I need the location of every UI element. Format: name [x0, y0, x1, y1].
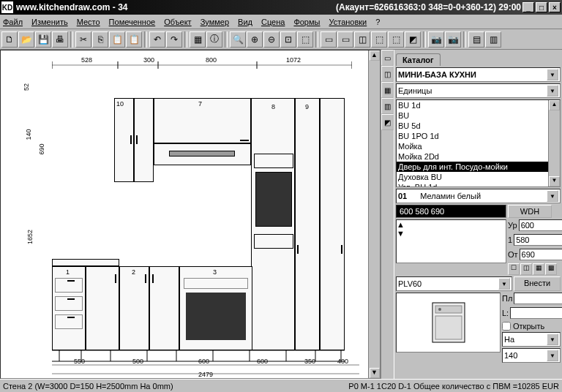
save-icon[interactable]: 💾: [35, 31, 51, 48]
depth-input[interactable]: [520, 249, 562, 260]
camera2-icon[interactable]: 📷: [445, 31, 461, 48]
paste2-icon[interactable]: 📋: [126, 31, 142, 48]
menu-edit[interactable]: Изменить: [31, 18, 68, 26]
chevron-down-icon[interactable]: ▼: [547, 190, 558, 202]
status-right: P0 M-1 1C20 D-1 Общее количество с ПВМ =…: [348, 382, 559, 391]
sidetab-3[interactable]: ▦: [381, 82, 394, 98]
sidetab-1[interactable]: ▭: [381, 50, 394, 66]
dims-selected[interactable]: 600 580 690: [396, 205, 506, 218]
sidetab-2[interactable]: ◫: [381, 66, 394, 82]
menu-view[interactable]: Вид: [238, 18, 252, 26]
svg-rect-22: [435, 316, 462, 339]
finish-select[interactable]: 01 Меламин белый▼: [396, 189, 561, 203]
menu-help[interactable]: ?: [375, 18, 380, 26]
find-icon[interactable]: 🔍: [230, 31, 246, 48]
zoomwin-icon[interactable]: ⬚: [297, 31, 313, 48]
db-select[interactable]: МИНИ-БАЗА КУХНИ▼: [396, 67, 561, 82]
view3-icon[interactable]: ◫: [354, 31, 370, 48]
new-icon[interactable]: 🗋: [1, 31, 18, 48]
dims-list[interactable]: ▲▼: [396, 219, 506, 263]
pl-input[interactable]: [514, 293, 562, 304]
list-item[interactable]: Мойка 2Dd: [397, 151, 560, 162]
opt4-icon[interactable]: ▩: [545, 263, 557, 275]
height-input[interactable]: [514, 234, 562, 246]
opt2-icon[interactable]: ◫: [520, 263, 532, 275]
menu-place[interactable]: Место: [77, 18, 100, 26]
view1-icon[interactable]: ▭: [321, 31, 337, 48]
undo-icon[interactable]: ↶: [149, 31, 165, 48]
posval-select[interactable]: 140▼: [502, 348, 561, 363]
category-select[interactable]: Единицы▼: [396, 83, 561, 98]
menu-bar: Файл Изменить Место Помеченное Объект Зу…: [0, 15, 562, 29]
tool3-icon[interactable]: ▥: [485, 31, 501, 48]
zoomout-icon[interactable]: ⊖: [263, 31, 280, 48]
zoomin-icon[interactable]: ⊕: [247, 31, 263, 48]
menu-forms[interactable]: Формы: [293, 18, 320, 26]
list-item-selected[interactable]: Дверь для инт. Посудо-мойки: [397, 162, 560, 172]
chevron-down-icon[interactable]: ▼: [498, 278, 510, 290]
menu-object[interactable]: Объект: [164, 18, 191, 26]
scroll-up-icon[interactable]: ▲: [549, 100, 560, 110]
account-info: (Акаунт=626616363:0 348=0-0+360-12) 29:0…: [336, 2, 521, 12]
pos-select[interactable]: На▼: [502, 332, 561, 347]
redo-icon[interactable]: ↷: [166, 31, 182, 48]
svg-point-23: [438, 308, 441, 311]
app-logo: KD: [1, 1, 13, 13]
cut-icon[interactable]: ✂: [75, 31, 91, 48]
view4-icon[interactable]: ⬚: [371, 31, 387, 48]
minimize-button[interactable]: _: [522, 2, 534, 12]
list-item[interactable]: Угл. BU 1d: [397, 182, 560, 187]
menu-scene[interactable]: Сцена: [261, 18, 285, 26]
maximize-button[interactable]: □: [536, 2, 547, 12]
l-input[interactable]: [510, 307, 562, 319]
insert-button[interactable]: Внести: [514, 276, 561, 291]
menu-buzzer[interactable]: Зуммер: [201, 18, 229, 26]
sidetab-5[interactable]: ◩: [381, 114, 394, 130]
vertical-scrollbar[interactable]: ▲ ▼: [368, 50, 380, 378]
status-left: Стена 2 (W=3000 D=150 H=2500mm На 0mm): [3, 382, 173, 391]
tool1-icon[interactable]: ▦: [190, 31, 206, 48]
title-bar: KD www.kitchendraw.com - 34 (Акаунт=6266…: [0, 0, 562, 15]
list-item[interactable]: BU: [397, 110, 560, 121]
title-text: www.kitchendraw.com - 34: [16, 2, 127, 12]
list-item[interactable]: BU 5d: [397, 121, 560, 131]
catalog-tab[interactable]: Каталог: [396, 53, 441, 66]
drawing-canvas[interactable]: 528 300 800 1072 52 140 690 1652 1932 10…: [0, 50, 381, 379]
menu-file[interactable]: Файл: [3, 18, 23, 26]
open-checkbox[interactable]: [502, 322, 511, 331]
list-item[interactable]: Мойка: [397, 141, 560, 151]
scroll-up-icon[interactable]: ▲: [370, 50, 380, 61]
tool2-icon[interactable]: ▤: [468, 31, 484, 48]
dim-line-top: [52, 61, 352, 69]
catalog-panel: Каталог МИНИ-БАЗА КУХНИ▼ Единицы▼ BU 1d …: [394, 50, 562, 379]
menu-marked[interactable]: Помеченное: [109, 18, 156, 26]
status-bar: Стена 2 (W=3000 D=150 H=2500mm На 0mm) P…: [0, 379, 562, 392]
list-item[interactable]: BU 1d: [397, 100, 560, 110]
view6-icon[interactable]: ◩: [405, 31, 421, 48]
sidetab-4[interactable]: ▥: [381, 98, 394, 114]
opt3-icon[interactable]: ▦: [533, 263, 544, 275]
model-select[interactable]: PLV60▼: [396, 276, 512, 291]
scroll-down-icon[interactable]: ▼: [549, 176, 560, 186]
items-list[interactable]: BU 1d BU BU 5d BU 1PO 1d Мойка Мойка 2Dd…: [396, 99, 561, 187]
opt1-icon[interactable]: ☐: [508, 263, 520, 275]
wdh-button[interactable]: WDH: [508, 205, 552, 218]
list-item[interactable]: BU 1PO 1d: [397, 131, 560, 141]
view2-icon[interactable]: ▭: [337, 31, 353, 48]
scroll-down-icon[interactable]: ▼: [370, 368, 380, 378]
toolbar: 🗋 📂 💾 🖶 ✂ ⎘ 📋 📋 ↶ ↷ ▦ ⓘ 🔍 ⊕ ⊖ ⊡ ⬚ ▭ ▭ ◫ …: [0, 29, 562, 50]
print-icon[interactable]: 🖶: [52, 31, 68, 48]
view5-icon[interactable]: ⬚: [388, 31, 404, 48]
chevron-down-icon[interactable]: ▼: [547, 85, 558, 97]
list-item[interactable]: Духовка BU: [397, 172, 560, 182]
chevron-down-icon[interactable]: ▼: [547, 69, 558, 80]
paste-icon[interactable]: 📋: [109, 31, 125, 48]
close-button[interactable]: ×: [549, 2, 561, 12]
open-icon[interactable]: 📂: [18, 31, 34, 48]
menu-settings[interactable]: Установки: [329, 18, 367, 26]
camera-icon[interactable]: 📷: [428, 31, 444, 48]
info-icon[interactable]: ⓘ: [206, 31, 222, 48]
copy-icon[interactable]: ⎘: [92, 31, 108, 48]
width-input[interactable]: [519, 219, 562, 231]
zoomfit-icon[interactable]: ⊡: [280, 31, 296, 48]
